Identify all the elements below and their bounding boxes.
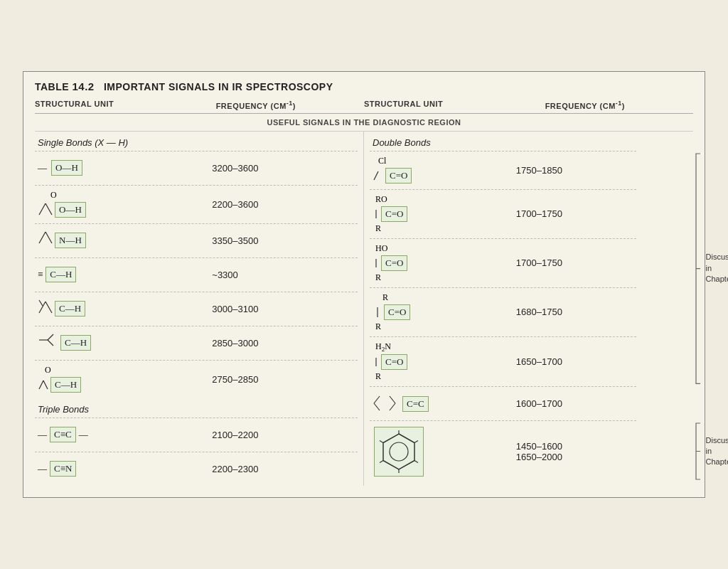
table-row: — C≡N 2200–2300	[35, 452, 358, 486]
alkene-ch-freq: 3000–3100	[212, 304, 355, 314]
svg-line-18	[374, 403, 380, 410]
cc-double-freq: 1600–1700	[516, 398, 633, 409]
right-panel: Double Bonds Cl C=O 1750–1850	[364, 132, 693, 486]
column-headers: STRUCTURAL UNIT FREQUENCY (cm-1) STRUCTU…	[35, 100, 693, 114]
alkyl-ch-struct: C—H	[38, 333, 212, 353]
table-row: N—H 3350–3500	[35, 223, 358, 257]
svg-line-9	[48, 340, 53, 346]
ketone-line-svg	[373, 307, 382, 317]
cc-double-box: C=C	[402, 396, 429, 412]
col2-header: FREQUENCY (cm-1)	[216, 100, 364, 110]
table-row: C—H 3000–3100	[35, 292, 358, 326]
ester-struct: RO C=O R	[373, 194, 516, 234]
nh-box: N—H	[55, 233, 86, 248]
nh-svg	[38, 230, 53, 250]
carboxylic-struct: HO C=O R	[373, 243, 516, 283]
carbonyl-svg	[38, 202, 53, 218]
amide-line-svg	[373, 358, 380, 366]
svg-line-24	[414, 441, 418, 443]
alkene-ch-box: C—H	[55, 301, 85, 317]
table-row: — O—H 3200–3600	[35, 151, 358, 185]
svg-line-10	[39, 381, 43, 389]
svg-line-28	[380, 441, 383, 443]
title-prefix: TABLE	[35, 81, 69, 92]
title-text: IMPORTANT SIGNALS IN IR SPECTROSCOPY	[104, 81, 333, 92]
cc-triple-struct: — C≡C —	[38, 425, 212, 444]
cc-triple-freq: 2100–2200	[212, 430, 355, 440]
svg-line-8	[48, 334, 53, 340]
svg-line-25	[414, 461, 418, 463]
col3-header: STRUCTURAL UNIT	[364, 100, 545, 110]
table-row: Cl C=O 1750–1850	[370, 151, 636, 189]
right-headers: STRUCTURAL UNIT FREQUENCY (cm-1)	[364, 100, 693, 110]
main-body: Single Bonds (X — H) — O—H 3200–3600 O	[35, 132, 693, 486]
right-section1-header: Double Bonds	[370, 132, 636, 151]
carboxylic-line-svg	[373, 259, 380, 267]
acid-oh-struct: O O—H	[38, 190, 212, 219]
left-panel: Single Bonds (X — H) — O—H 3200–3600 O	[35, 132, 364, 486]
benzene-freq: 1450–1600 1650–2000	[516, 441, 633, 462]
col4-header: FREQUENCY (cm-1)	[545, 100, 693, 110]
table-number: 14.2	[73, 80, 95, 92]
ketone-struct: R C=O R	[373, 292, 516, 332]
oh-struct: — O—H	[38, 159, 212, 177]
table-row: R C=O R 1680–1750	[370, 287, 636, 336]
cc-double-svg	[373, 393, 401, 415]
aldehyde-ch-box: C—H	[50, 377, 81, 393]
ester-line-svg	[373, 210, 380, 218]
benzene-struct	[373, 425, 516, 478]
table-row: O C—H 2750–2850	[35, 360, 358, 398]
ester-freq: 1700–1750	[516, 208, 633, 219]
benzene-box	[374, 427, 424, 477]
cc-double-struct: C=C	[373, 393, 516, 415]
benzene-svg	[378, 430, 420, 473]
oh-box: O—H	[51, 160, 82, 176]
acid-oh-freq: 2200–3600	[212, 199, 355, 210]
alkyne-ch-freq: ~3300	[212, 270, 355, 280]
acyl-svg	[373, 170, 384, 181]
carboxylic-freq: 1700–1750	[516, 257, 633, 268]
svg-line-12	[374, 171, 378, 180]
acyl-cl-freq: 1750–1850	[516, 165, 633, 176]
diagnostic-label: USEFUL SIGNALS IN THE DIAGNOSTIC REGION	[35, 115, 693, 132]
table-row: ≡ C—H ~3300	[35, 257, 358, 292]
ester-box: C=O	[381, 206, 407, 222]
alkyl-ch-freq: 2850–3000	[212, 338, 355, 349]
alkene-ch-struct: C—H	[38, 299, 212, 319]
table-row: H2N C=O R 1650–1700	[370, 336, 636, 386]
cn-triple-struct: — C≡N	[38, 459, 212, 478]
aldehyde-ch-struct: O C—H	[38, 365, 212, 394]
cc-triple-box: C≡C	[50, 427, 76, 442]
table-row: C=C 1600–1700	[370, 386, 636, 420]
table-row: — C≡C — 2100–2200	[35, 418, 358, 452]
aldehyde-svg	[38, 379, 49, 390]
alkyne-ch-struct: ≡ C—H	[38, 265, 212, 284]
chapter17-bracket	[693, 420, 703, 482]
svg-line-17	[374, 396, 380, 403]
table-container: TABLE 14.2 IMPORTANT SIGNALS IN IR SPECT…	[23, 71, 705, 498]
table-row: HO C=O R 1700–1750	[370, 238, 636, 287]
table-row: 1450–1600 1650–2000	[370, 420, 636, 482]
table-title: TABLE 14.2 IMPORTANT SIGNALS IN IR SPECT…	[35, 80, 693, 92]
left-headers: STRUCTURAL UNIT FREQUENCY (cm-1)	[35, 100, 364, 110]
svg-line-6	[39, 300, 43, 306]
svg-line-1	[46, 203, 52, 215]
ketone-freq: 1680–1750	[516, 307, 633, 317]
chapter20-label: DiscussedinChapter 20	[706, 252, 728, 284]
carboxylic-box: C=O	[381, 255, 407, 271]
svg-line-0	[39, 203, 46, 215]
svg-line-27	[380, 461, 383, 463]
cn-triple-freq: 2200–2300	[212, 464, 355, 474]
table-row: RO C=O R 1700–1750	[370, 189, 636, 238]
amide-struct: H2N C=O R	[373, 341, 516, 382]
oh-freq: 3200–3600	[212, 163, 355, 174]
table-row: C—H 2850–3000	[35, 326, 358, 360]
alkyne-ch-box: C—H	[46, 267, 76, 282]
ketone-box: C=O	[384, 304, 410, 320]
chapter17-label: DiscussedinChapter 17	[706, 435, 728, 468]
svg-line-3	[46, 232, 52, 243]
svg-marker-21	[383, 434, 414, 469]
nh-struct: N—H	[38, 230, 212, 250]
acid-oh-box: O—H	[55, 202, 86, 218]
svg-line-4	[39, 302, 46, 313]
